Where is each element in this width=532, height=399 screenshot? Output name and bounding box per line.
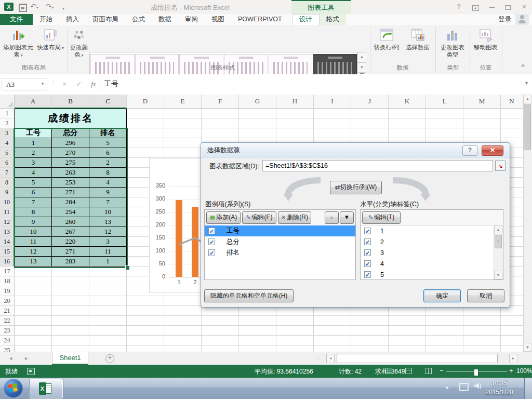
change-chart-type-button[interactable]: 更改图表类型 xyxy=(438,27,467,58)
table-cell[interactable]: 12 xyxy=(15,247,52,257)
table-cell[interactable]: 4 xyxy=(15,168,52,178)
selection-fill-handle[interactable] xyxy=(125,265,130,270)
row-header-6[interactable]: 6 xyxy=(0,158,15,168)
table-cell[interactable]: 2 xyxy=(15,148,52,158)
col-header-L[interactable]: L xyxy=(426,95,463,109)
zoom-in-icon[interactable]: + xyxy=(509,367,513,375)
tab-review[interactable]: 审阅 xyxy=(178,14,205,25)
row-header-12[interactable]: 12 xyxy=(0,217,15,227)
scroll-right-button[interactable]: ▸ xyxy=(509,354,517,363)
axis-list-scrollbar[interactable]: ▲ ≡ ▼ xyxy=(494,225,503,280)
scroll-down-button[interactable]: ▼ xyxy=(524,343,531,352)
row-header-8[interactable]: 8 xyxy=(0,178,15,188)
quick-layout-button[interactable]: 快速布局 ▾ xyxy=(35,27,65,52)
checkbox-checked-icon[interactable]: ✓ xyxy=(208,228,215,234)
change-colors-button[interactable]: 更改颜色 ▾ xyxy=(70,27,88,59)
gallery-down-button[interactable]: ▼ xyxy=(357,62,366,73)
table-cell[interactable]: 253 xyxy=(52,178,89,188)
table-cell[interactable]: 3 xyxy=(15,158,52,168)
customize-qat-icon[interactable]: ▾ xyxy=(62,3,64,11)
tab-design[interactable]: 设计 xyxy=(292,14,320,25)
page-break-view-icon[interactable] xyxy=(425,368,432,374)
table-cell[interactable]: 8 xyxy=(15,207,52,217)
axis-scrollbar-thumb[interactable]: ≡ xyxy=(495,235,502,248)
cancel-entry-icon[interactable]: × xyxy=(58,78,71,90)
row-header-25[interactable]: 25 xyxy=(0,345,15,352)
table-cell[interactable]: 13 xyxy=(15,257,52,267)
gallery-up-button[interactable]: ▲ xyxy=(357,52,366,62)
chart-data-range-input[interactable]: =Sheet1!$A$3:$C$16 xyxy=(262,160,493,171)
series-item-3[interactable]: ✓排名 xyxy=(205,247,355,258)
table-header-cell[interactable]: 工号 xyxy=(15,128,52,138)
col-header-F[interactable]: F xyxy=(202,95,239,109)
row-header-16[interactable]: 16 xyxy=(0,257,15,267)
col-header-H[interactable]: H xyxy=(276,95,314,109)
row-header-23[interactable]: 23 xyxy=(0,326,15,336)
confirm-entry-icon[interactable]: ✓ xyxy=(73,78,85,90)
formula-bar-value[interactable]: 工号 xyxy=(104,78,118,90)
tray-show-hidden-icons[interactable]: ▲ xyxy=(445,384,449,390)
horizontal-scrollbar-thumb[interactable] xyxy=(337,354,498,363)
sheet-nav-prev-icon[interactable]: ◂ xyxy=(9,355,12,362)
switch-row-column-dialog-button[interactable]: ⇄切换行/列(W) xyxy=(330,181,382,194)
undo-icon[interactable]: ↶▾ xyxy=(30,2,38,10)
row-header-18[interactable]: 18 xyxy=(0,276,15,286)
col-header-D[interactable]: D xyxy=(127,95,164,109)
table-header-cell[interactable]: 排名 xyxy=(89,128,127,138)
move-chart-button[interactable]: 移动图表 xyxy=(473,27,499,51)
hidden-and-empty-cells-button[interactable]: 隐藏的单元格和空单元格(H) xyxy=(204,289,294,302)
expand-formula-bar-icon[interactable]: ▼ xyxy=(524,81,529,86)
network-tray-icon[interactable] xyxy=(459,383,469,391)
start-button[interactable] xyxy=(4,379,23,398)
row-header-21[interactable]: 21 xyxy=(0,306,15,316)
macro-record-icon[interactable] xyxy=(27,368,35,375)
table-cell[interactable]: 7 xyxy=(15,197,52,207)
table-cell[interactable]: 8 xyxy=(89,168,127,178)
row-header-11[interactable]: 11 xyxy=(0,207,15,217)
row-header-15[interactable]: 15 xyxy=(0,247,15,257)
show-desktop-button[interactable] xyxy=(524,378,532,399)
table-cell[interactable]: 271 xyxy=(52,247,89,257)
ribbon-display-options-button[interactable]: ▴ xyxy=(469,3,482,11)
select-data-button[interactable]: 选择数据 xyxy=(403,27,432,51)
row-header-3[interactable]: 3 xyxy=(0,128,15,138)
table-cell[interactable]: 267 xyxy=(52,227,89,237)
row-header-13[interactable]: 13 xyxy=(0,227,15,237)
table-cell[interactable]: 254 xyxy=(52,207,89,217)
table-cell[interactable]: 270 xyxy=(52,148,89,158)
axis-scroll-up-button[interactable]: ▲ xyxy=(494,225,502,234)
tab-view[interactable]: 视图 xyxy=(205,14,231,25)
table-cell[interactable]: 296 xyxy=(52,138,89,148)
zoom-level[interactable]: 100% xyxy=(516,367,532,375)
sheet-nav-next-icon[interactable]: ▸ xyxy=(25,355,28,362)
tab-powerpivot[interactable]: POWERPIVOT xyxy=(231,14,289,25)
dialog-close-button[interactable]: ✕ xyxy=(482,145,503,156)
col-header-N[interactable]: N xyxy=(501,95,523,109)
table-cell[interactable]: 3 xyxy=(89,237,127,247)
sign-in-link[interactable]: 登录 xyxy=(498,14,511,25)
sheet-tab-sheet1[interactable]: Sheet1 xyxy=(52,352,88,365)
select-all-corner[interactable] xyxy=(0,95,15,109)
close-button[interactable]: × xyxy=(517,3,531,11)
checkbox-checked-icon[interactable]: ✓ xyxy=(364,249,371,256)
table-cell[interactable]: 283 xyxy=(52,257,89,267)
checkbox-checked-icon[interactable]: ✓ xyxy=(364,228,371,234)
insert-function-icon[interactable]: fx xyxy=(87,78,100,90)
move-series-down-button[interactable]: ▼ xyxy=(340,211,354,224)
col-header-G[interactable]: G xyxy=(239,95,276,109)
table-cell[interactable]: 10 xyxy=(89,207,127,217)
minimize-button[interactable] xyxy=(485,3,499,11)
axis-item-4[interactable]: ✓4 xyxy=(361,258,494,269)
axis-item-2[interactable]: ✓2 xyxy=(361,236,494,247)
new-sheet-button[interactable]: + xyxy=(105,354,114,363)
row-header-14[interactable]: 14 xyxy=(0,237,15,247)
table-cell[interactable]: 4 xyxy=(89,178,127,188)
table-cell[interactable]: 11 xyxy=(15,237,52,247)
scrollbar-splitter-grip[interactable]: ⁞ xyxy=(317,355,320,361)
tab-data[interactable]: 数据 xyxy=(152,14,178,25)
row-header-2[interactable]: 2 xyxy=(0,118,15,128)
table-cell[interactable]: 1 xyxy=(15,138,52,148)
table-cell[interactable]: 284 xyxy=(52,197,89,207)
series-item-1[interactable]: ✓工号 xyxy=(205,225,355,236)
col-header-K[interactable]: K xyxy=(389,95,426,109)
